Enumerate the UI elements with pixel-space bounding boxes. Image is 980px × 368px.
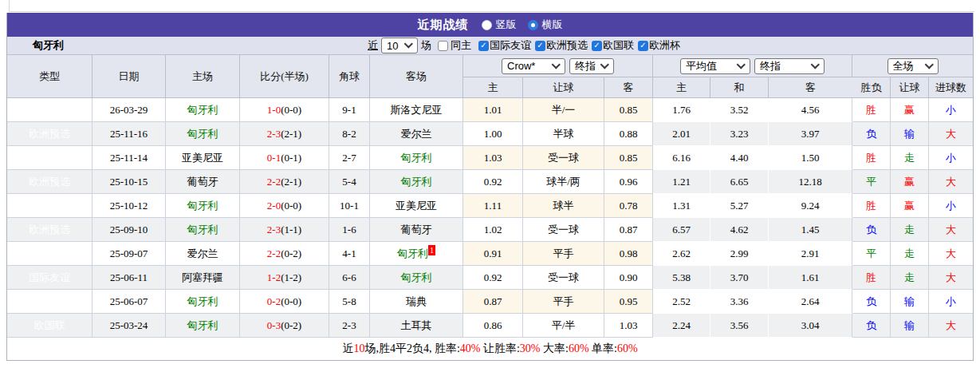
away-team: 匈牙利1 [370,242,463,266]
result-outcome-cell: 胜 [852,194,891,218]
checkbox-icon [592,41,602,51]
odds-home-cell: 0.87 [463,290,523,314]
result-handicap-cell: 输 [891,314,929,338]
match-date: 25-11-14 [92,146,166,170]
avg-home-cell: 6.57 [653,218,710,242]
scope-select[interactable]: 全场 [888,58,939,74]
avg-stage-value: 终指 [760,59,781,73]
avg-home-cell: 6.16 [653,146,710,170]
view-mode-radio[interactable]: 横版 [528,18,563,32]
checkbox-icon [535,41,545,51]
odds-company-value: Crow* [507,60,535,72]
competition-badge: 欧洲预选 [7,170,92,194]
competition-filters: 国际友谊欧洲预选欧国联欧洲杯 [474,38,680,53]
odds-away-cell: 0.87 [604,218,653,242]
result-goals-cell: 大 [929,314,973,338]
competition-label: 欧国联 [603,38,634,53]
col-result-handicap: 让球 [891,77,929,98]
corners-cell: 2-3 [329,314,370,338]
avg-stage-select[interactable]: 终指 [754,58,825,74]
competition-label: 欧洲预选 [546,38,588,53]
table-body: 国际友谊 26-03-29 匈牙利 1-0(0-0) 9-1 斯洛文尼亚 1.0… [7,98,973,338]
away-team: 爱尔兰 [370,122,463,146]
match-summary: 近10场,胜4平2负4, 胜率:40% 让胜率:30% 大率:60% 单率:60… [7,338,973,360]
odds-handicap-cell: 球半/两 [523,170,604,194]
corners-cell: 4-1 [329,242,370,266]
avg-home-cell: 2.01 [653,122,710,146]
result-handicap-cell: 走 [891,218,929,242]
col-away: 客场 [370,55,463,98]
odds-away-cell: 0.98 [604,242,653,266]
col-odds-home: 主 [463,77,523,98]
odds-away-cell: 0.90 [604,266,653,290]
odds-home-cell: 1.00 [463,122,523,146]
result-goals-cell: 大 [929,122,973,146]
away-team-name: 土耳其 [401,319,432,333]
match-date: 25-03-24 [92,314,166,338]
recent-label: 近 [368,38,378,53]
halftime-score: (1-1) [281,224,301,236]
fulltime-score: 2-2 [267,247,281,260]
result-handicap-cell: 赢 [891,194,929,218]
odds-away-cell: 0.85 [604,98,653,122]
fulltime-score: 1-2 [267,271,281,284]
avg-away-cell: 3.97 [769,122,852,146]
competition-label: 欧洲杯 [649,38,680,53]
recent-results-panel: 近期战绩 竖版横版 匈牙利 近 10 场 同主 国际友谊欧洲预选欧国联欧洲杯 类… [6,13,974,361]
view-mode-radio[interactable]: 竖版 [482,18,517,32]
top-strip [0,0,980,12]
avg-draw-cell: 3.52 [710,98,769,122]
same-home-checkbox[interactable]: 同主 [438,38,471,53]
radio-label: 横版 [542,18,563,32]
odds-handicap-cell: 平手 [523,290,604,314]
odds-handicap-cell: 平/半 [523,314,604,338]
match-row: 欧洲预选 25-09-10 匈牙利 2-3(1-1) 1-6 葡萄牙 1.02 … [7,218,973,242]
odds-home-cell: 0.92 [463,170,523,194]
avg-draw-cell: 4.40 [710,146,769,170]
away-team-name: 爱尔兰 [401,127,432,141]
halftime-score: (0-0) [281,295,301,308]
match-date: 26-03-29 [92,98,166,122]
halftime-score: (0-1) [281,152,301,164]
title-bar: 近期战绩 竖版横版 [7,13,973,37]
competition-checkbox[interactable]: 欧国联 [592,38,634,53]
filter-bar: 匈牙利 近 10 场 同主 国际友谊欧洲预选欧国联欧洲杯 [7,37,973,55]
col-avg-away: 客 [769,77,852,98]
score-cell: 2-0(0-0) [240,194,329,218]
competition-badge: 欧洲预选 [7,122,92,146]
result-handicap-cell: 输 [891,290,929,314]
odds-stage-select[interactable]: 终指 [569,58,614,74]
competition-badge: 欧洲预选 [7,218,92,242]
halftime-score: (0-2) [281,247,301,260]
competition-checkbox[interactable]: 国际友谊 [478,38,531,53]
competition-checkbox[interactable]: 欧洲预选 [535,38,588,53]
avg-away-cell: 12.18 [769,170,852,194]
corners-cell: 10-1 [329,194,370,218]
odds-company-select[interactable]: Crow* [502,58,565,74]
result-outcome-cell: 负 [852,218,891,242]
result-goals-cell: 小 [929,290,973,314]
odds-stage-value: 终指 [575,59,596,73]
match-row: 欧洲预选 25-10-12 匈牙利 2-0(0-0) 10-1 亚美尼亚 1.1… [7,194,973,218]
score-cell: 2-3(1-1) [240,218,329,242]
recent-count-select[interactable]: 10 [381,38,418,53]
away-team-name: 瑞典 [406,295,427,309]
away-team: 土耳其 [370,314,463,338]
avg-home-cell: 2.52 [653,290,710,314]
home-team: 匈牙利 [166,290,240,314]
avg-source-select[interactable]: 平均值 [680,58,750,74]
odds-away-cell: 0.95 [604,290,653,314]
match-date: 25-10-12 [92,194,166,218]
col-odds-away: 客 [604,77,653,98]
result-goals-cell: 小 [929,194,973,218]
fulltime-score: 0-2 [267,295,281,308]
summary-segment: 60% [569,342,589,355]
away-team: 亚美尼亚 [370,194,463,218]
match-row: 欧洲预选 25-10-15 葡萄牙 2-2(2-1) 5-4 匈牙利 0.92 … [7,170,973,194]
odds-group-header: Crow* 终指 [463,55,653,77]
corners-cell: 5-8 [329,290,370,314]
home-team: 匈牙利 [166,98,240,122]
checkbox-icon [438,41,448,51]
col-result-goals: 进球数 [929,77,973,98]
competition-checkbox[interactable]: 欧洲杯 [638,38,680,53]
